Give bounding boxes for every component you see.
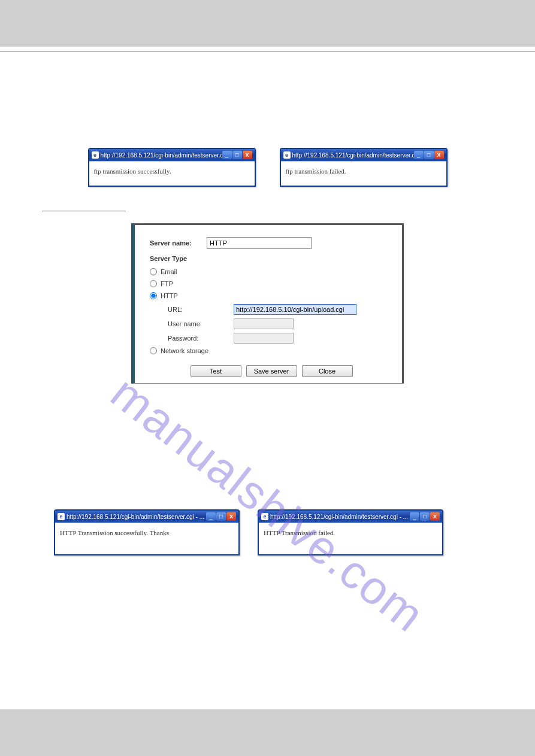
- server-settings-dialog: Server name: Server Type Email FTP HTTP …: [131, 223, 404, 384]
- ie-icon: [283, 151, 291, 159]
- ftp-fail-message: ftp transmission failed.: [281, 161, 446, 186]
- url-label: URL:: [168, 306, 234, 313]
- maximize-button[interactable]: □: [216, 512, 226, 521]
- close-button[interactable]: X: [243, 151, 252, 159]
- page-content: http://192.168.5.121/cgi-bin/admin/tests…: [0, 52, 535, 585]
- window-title-text: http://192.168.5.121/cgi-bin/admin/tests…: [292, 152, 414, 159]
- password-input[interactable]: [234, 333, 294, 344]
- password-label: Password:: [168, 335, 234, 342]
- ftp-popup-row: http://192.168.5.121/cgi-bin/admin/tests…: [36, 148, 499, 187]
- ftp-fail-window: http://192.168.5.121/cgi-bin/admin/tests…: [280, 148, 448, 187]
- window-title-text: http://192.168.5.121/cgi-bin/admin/tests…: [67, 514, 204, 520]
- save-server-button[interactable]: Save server: [246, 365, 297, 377]
- radio-ftp[interactable]: [150, 280, 157, 287]
- test-button[interactable]: Test: [191, 365, 241, 377]
- ie-icon: [92, 151, 99, 159]
- close-button[interactable]: X: [430, 512, 440, 521]
- window-title-text: http://192.168.5.121/cgi-bin/admin/tests…: [101, 152, 222, 159]
- server-type-heading: Server Type: [150, 255, 393, 262]
- radio-network-storage-label: Network storage: [161, 347, 208, 354]
- maximize-button[interactable]: □: [424, 151, 434, 159]
- ftp-success-message: ftp transmission successfully.: [89, 161, 255, 186]
- window-title-text: http://192.168.5.121/cgi-bin/admin/tests…: [270, 514, 408, 520]
- radio-email-label: Email: [161, 268, 177, 275]
- minimize-button[interactable]: _: [222, 151, 232, 159]
- username-input[interactable]: [234, 318, 294, 329]
- minimize-button[interactable]: _: [414, 151, 424, 159]
- close-button[interactable]: X: [434, 151, 444, 159]
- http-popup-row: http://192.168.5.121/cgi-bin/admin/tests…: [36, 509, 499, 555]
- http-fail-message: HTTP Transmission failed.: [259, 523, 442, 554]
- username-label: User name:: [168, 320, 234, 327]
- server-name-input[interactable]: [207, 237, 312, 249]
- url-input[interactable]: [234, 304, 356, 315]
- close-dialog-button[interactable]: Close: [302, 365, 353, 377]
- radio-ftp-label: FTP: [161, 280, 173, 287]
- minimize-button[interactable]: _: [206, 512, 216, 521]
- ie-icon: [261, 513, 268, 520]
- minimize-button[interactable]: _: [410, 512, 419, 521]
- close-button[interactable]: X: [226, 512, 236, 521]
- radio-http-label: HTTP: [161, 292, 178, 299]
- window-titlebar[interactable]: http://192.168.5.121/cgi-bin/admin/tests…: [259, 511, 442, 523]
- bottom-footer-bar: [0, 709, 535, 756]
- http-success-message: HTTP Transmission successfully. Thanks: [55, 523, 238, 554]
- section-underline: [42, 211, 499, 211]
- top-header-bar: [0, 0, 535, 47]
- radio-http[interactable]: [150, 292, 157, 299]
- window-titlebar[interactable]: http://192.168.5.121/cgi-bin/admin/tests…: [281, 149, 446, 161]
- window-titlebar[interactable]: http://192.168.5.121/cgi-bin/admin/tests…: [55, 511, 238, 523]
- maximize-button[interactable]: □: [232, 151, 242, 159]
- http-success-window: http://192.168.5.121/cgi-bin/admin/tests…: [54, 509, 240, 555]
- ie-icon: [58, 513, 65, 520]
- radio-email[interactable]: [150, 268, 157, 275]
- server-name-label: Server name:: [150, 239, 207, 247]
- ftp-success-window: http://192.168.5.121/cgi-bin/admin/tests…: [88, 148, 256, 187]
- maximize-button[interactable]: □: [420, 512, 430, 521]
- window-titlebar[interactable]: http://192.168.5.121/cgi-bin/admin/tests…: [89, 149, 255, 161]
- radio-network-storage[interactable]: [150, 347, 157, 354]
- http-fail-window: http://192.168.5.121/cgi-bin/admin/tests…: [258, 509, 443, 555]
